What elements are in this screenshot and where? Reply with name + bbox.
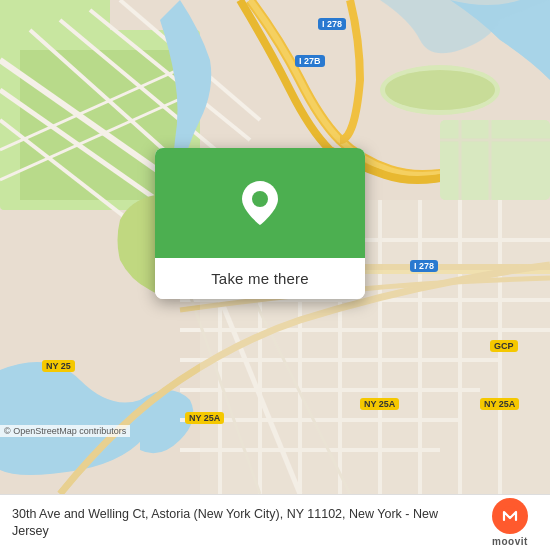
address-text: 30th Ave and Welling Ct, Astoria (New Yo… (12, 506, 442, 540)
badge-gcp: GCP (490, 340, 518, 352)
svg-rect-35 (440, 120, 550, 200)
osm-attribution: © OpenStreetMap contributors (0, 425, 130, 437)
svg-rect-2 (0, 0, 110, 50)
badge-i27b: I 27B (295, 55, 325, 67)
moovit-logo: moovit (480, 498, 540, 547)
svg-point-34 (385, 70, 495, 110)
popup-map-area (155, 148, 365, 258)
popup-card: Take me there (155, 148, 365, 299)
badge-ny25a-right: NY 25A (360, 398, 399, 410)
badge-i278-top: I 278 (318, 18, 346, 30)
location-pin-icon (242, 181, 278, 225)
badge-i278-mid: I 278 (410, 260, 438, 272)
svg-point-40 (252, 191, 268, 207)
badge-ny25: NY 25 (42, 360, 75, 372)
take-me-there-button[interactable]: Take me there (155, 258, 365, 299)
badge-ny25a-far: NY 25A (480, 398, 519, 410)
moovit-text: moovit (492, 536, 528, 547)
badge-ny25a-left: NY 25A (185, 412, 224, 424)
map-container: I 278 I 27B I 278 NY 25 NY 25A NY 25A NY… (0, 0, 550, 494)
bottom-bar: 30th Ave and Welling Ct, Astoria (New Yo… (0, 494, 550, 550)
moovit-icon (492, 498, 528, 534)
